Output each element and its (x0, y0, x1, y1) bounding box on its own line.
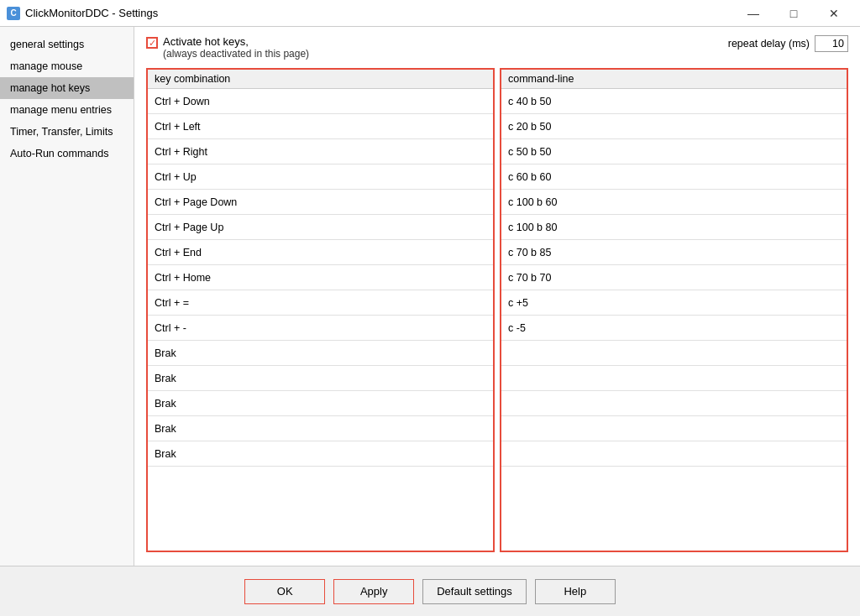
cmd-input-1[interactable] (501, 114, 847, 138)
sidebar-item-manage-mouse[interactable]: manage mouse (0, 55, 134, 77)
sidebar-item-manage-menu-entries[interactable]: manage menu entries (0, 99, 134, 121)
command-line-header: command-line (501, 70, 847, 89)
table-row (501, 164, 847, 190)
sidebar-item-manage-hot-keys[interactable]: manage hot keys (0, 77, 134, 99)
table-row (148, 240, 493, 265)
key-input-1[interactable] (148, 114, 493, 138)
main-content: general settingsmanage mousemanage hot k… (0, 27, 860, 566)
table-row (148, 290, 493, 316)
table-row (148, 391, 493, 416)
table-row (148, 139, 493, 164)
window-controls: — □ ✕ (734, 3, 853, 24)
table-row (148, 114, 493, 139)
app-icon: C (7, 7, 20, 20)
cmd-input-4[interactable] (501, 190, 847, 214)
cmd-input-0[interactable] (501, 89, 847, 113)
sidebar-item-general-settings[interactable]: general settings (0, 34, 134, 55)
cmd-input-12[interactable] (501, 391, 847, 415)
maximize-button[interactable]: □ (774, 3, 813, 24)
repeat-delay-label: repeat delay (ms) (728, 38, 810, 50)
table-row (148, 316, 493, 341)
table-row (148, 416, 493, 441)
key-combination-header: key combination (148, 70, 493, 89)
sidebar-item-auto-run-commands[interactable]: Auto-Run commands (0, 143, 134, 164)
apply-button[interactable]: Apply (333, 579, 414, 604)
key-input-2[interactable] (148, 139, 493, 164)
table-row (148, 215, 493, 240)
key-input-13[interactable] (148, 416, 493, 441)
key-combination-table: key combination (146, 68, 495, 552)
table-row (501, 341, 847, 366)
right-panel: Activate hot keys, (always deactivated i… (134, 27, 860, 566)
table-row (148, 341, 493, 366)
activate-checkbox[interactable] (146, 37, 158, 49)
table-row (148, 164, 493, 190)
sidebar: general settingsmanage mousemanage hot k… (0, 27, 134, 566)
table-row (501, 190, 847, 215)
key-input-4[interactable] (148, 190, 493, 214)
activate-label: Activate hot keys, (always deactivated i… (163, 35, 309, 60)
default-settings-button[interactable]: Default settings (422, 579, 527, 604)
key-input-11[interactable] (148, 366, 493, 390)
sidebar-item-timer,-transfer,-limits[interactable]: Timer, Transfer, Limits (0, 121, 134, 143)
key-input-12[interactable] (148, 391, 493, 415)
activate-hotkeys-area: Activate hot keys, (always deactivated i… (146, 35, 309, 60)
table-row (148, 89, 493, 114)
table-row (501, 416, 847, 441)
close-button[interactable]: ✕ (815, 3, 853, 24)
minimize-button[interactable]: — (734, 3, 773, 24)
panel-header: Activate hot keys, (always deactivated i… (146, 35, 848, 60)
key-input-7[interactable] (148, 265, 493, 290)
table-row (501, 240, 847, 265)
cmd-input-2[interactable] (501, 139, 847, 164)
tables-container: key combination command-line (146, 68, 848, 552)
repeat-delay-area: repeat delay (ms) (728, 35, 848, 52)
key-input-3[interactable] (148, 164, 493, 189)
key-combination-rows (148, 89, 493, 551)
table-row (148, 366, 493, 391)
table-row (501, 265, 847, 290)
cmd-input-13[interactable] (501, 416, 847, 441)
ok-button[interactable]: OK (244, 579, 325, 604)
key-input-0[interactable] (148, 89, 493, 113)
window-title: ClickMonitorDDC - Settings (25, 7, 158, 19)
cmd-input-7[interactable] (501, 265, 847, 290)
table-row (501, 89, 847, 114)
table-row (501, 114, 847, 139)
table-row (501, 139, 847, 164)
footer: OK Apply Default settings Help (0, 566, 860, 616)
table-row (501, 366, 847, 391)
cmd-input-11[interactable] (501, 366, 847, 390)
cmd-input-3[interactable] (501, 164, 847, 189)
key-input-5[interactable] (148, 215, 493, 239)
cmd-input-6[interactable] (501, 240, 847, 264)
table-row (148, 265, 493, 290)
repeat-delay-input[interactable] (815, 35, 848, 52)
command-line-table: command-line (500, 68, 848, 552)
key-input-10[interactable] (148, 341, 493, 365)
key-input-6[interactable] (148, 240, 493, 264)
activate-checkbox-area[interactable] (146, 37, 158, 49)
table-row (148, 190, 493, 215)
title-bar-left: C ClickMonitorDDC - Settings (7, 7, 158, 20)
cmd-input-9[interactable] (501, 316, 847, 340)
key-input-14[interactable] (148, 441, 493, 466)
table-row (148, 441, 493, 467)
cmd-input-10[interactable] (501, 341, 847, 365)
cmd-input-8[interactable] (501, 290, 847, 315)
cmd-input-14[interactable] (501, 441, 847, 466)
title-bar: C ClickMonitorDDC - Settings — □ ✕ (0, 0, 860, 27)
table-row (501, 441, 847, 467)
command-line-rows (501, 89, 847, 551)
key-input-8[interactable] (148, 290, 493, 315)
table-row (501, 215, 847, 240)
cmd-input-5[interactable] (501, 215, 847, 239)
help-button[interactable]: Help (535, 579, 616, 604)
table-row (501, 290, 847, 316)
table-row (501, 316, 847, 341)
table-row (501, 391, 847, 416)
key-input-9[interactable] (148, 316, 493, 340)
